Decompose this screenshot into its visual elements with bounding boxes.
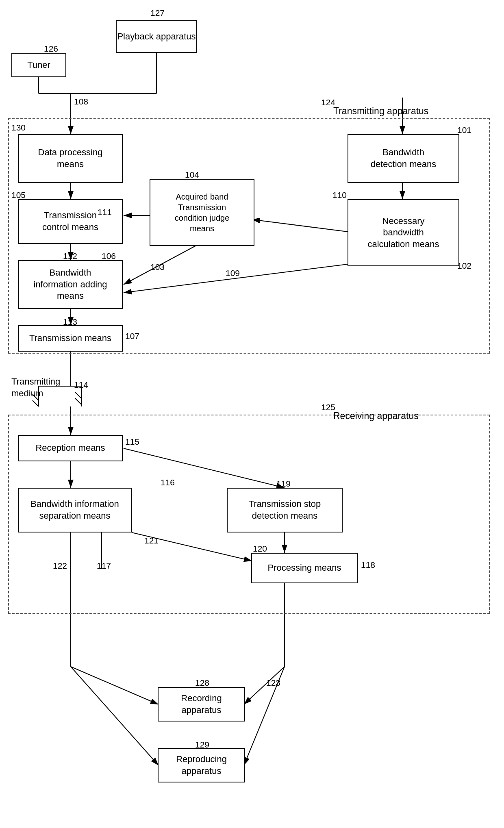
- label-110: 110: [332, 190, 347, 200]
- label-106: 106: [102, 251, 116, 261]
- label-104: 104: [185, 170, 199, 180]
- label-107: 107: [125, 331, 139, 341]
- svg-line-19: [33, 400, 39, 406]
- label-121: 121: [144, 536, 159, 545]
- box-reproducing-apparatus: Reproducingapparatus: [158, 748, 245, 782]
- box-necessary-bandwidth: Necessarybandwidthcalculation means: [348, 199, 459, 266]
- label-128: 128: [195, 678, 209, 688]
- label-117: 117: [97, 561, 111, 571]
- label-126: 126: [44, 44, 58, 54]
- box-processing-means: Processing means: [251, 553, 358, 583]
- label-127: 127: [150, 8, 165, 18]
- box-reception-means: Reception means: [18, 435, 123, 461]
- box-recording-apparatus: Recordingapparatus: [158, 687, 245, 722]
- box-data-processing: Data processingmeans: [18, 134, 123, 183]
- label-109: 109: [226, 268, 240, 278]
- svg-line-31: [71, 667, 159, 765]
- label-103: 103: [150, 262, 165, 272]
- label-114: 114: [74, 380, 88, 390]
- svg-line-22: [75, 392, 81, 398]
- label-108: 108: [74, 97, 88, 106]
- transmitting-apparatus-label: Transmitting apparatus: [333, 106, 428, 117]
- label-120: 120: [253, 544, 267, 554]
- box-acquired-band: Acquired bandTransmissioncondition judge…: [150, 179, 254, 246]
- label-112: 112: [63, 251, 77, 261]
- label-101: 101: [457, 125, 471, 135]
- svg-line-30: [71, 667, 159, 704]
- svg-line-23: [75, 398, 81, 404]
- label-122: 122: [53, 561, 67, 571]
- diagram: 127 Playback apparatus 126 Tuner 108 124…: [0, 0, 504, 828]
- box-transmission-stop: Transmission stopdetection means: [227, 488, 343, 532]
- box-transmission-control: Transmissioncontrol means: [18, 199, 123, 244]
- label-130: 130: [11, 123, 26, 133]
- label-111: 111: [98, 207, 112, 217]
- box-transmission-means: Transmission means: [18, 325, 123, 352]
- label-105: 105: [11, 190, 26, 200]
- box-tuner: Tuner: [11, 53, 66, 77]
- label-118: 118: [361, 560, 375, 570]
- label-119: 119: [276, 479, 291, 489]
- box-bandwidth-info-adding: Bandwidthinformation addingmeans: [18, 260, 123, 309]
- label-116: 116: [161, 478, 175, 487]
- label-115: 115: [125, 437, 139, 447]
- label-102: 102: [457, 261, 471, 271]
- transmitting-medium-label: Transmittingmedium: [11, 376, 60, 399]
- box-bandwidth-detection: Bandwidthdetection means: [348, 134, 459, 183]
- receiving-apparatus-label: Receiving apparatus: [333, 411, 419, 422]
- label-123: 123: [266, 678, 280, 688]
- box-bandwidth-info-sep: Bandwidth informationseparation means: [18, 488, 132, 532]
- box-playback: Playback apparatus: [116, 20, 197, 53]
